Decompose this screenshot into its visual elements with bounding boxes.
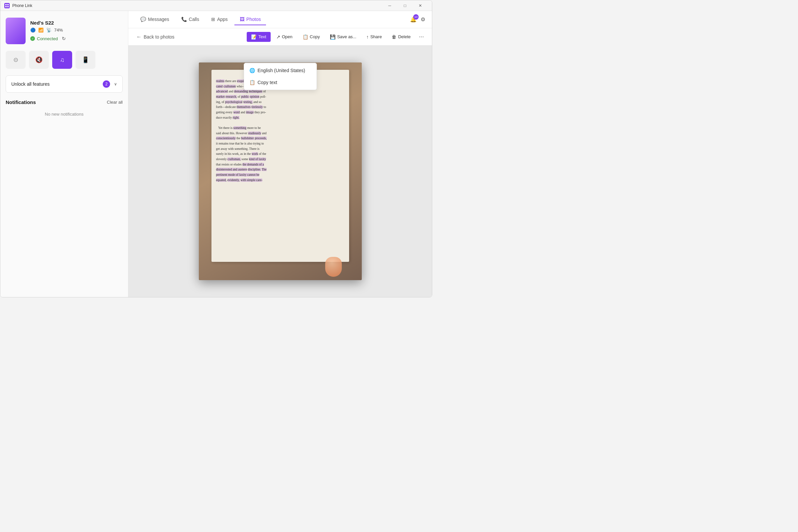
app-body: Ned's S22 🔵 📶 📡 74% Connected ↻ ⊝ bbox=[0, 11, 432, 297]
open-icon: ↗ bbox=[276, 34, 280, 40]
highlight-22: studiously bbox=[248, 132, 261, 135]
book-photo: [ 23 ] realms there are exquisitely soph… bbox=[199, 62, 362, 280]
title-bar: Phone Link ─ □ ✕ bbox=[0, 0, 432, 11]
text-button[interactable]: 📝 Text bbox=[247, 32, 271, 42]
nav-right: 🔔 10 ⚙ bbox=[409, 15, 425, 24]
wifi-icon: 📶 bbox=[38, 27, 43, 33]
highlight-15: testing, bbox=[243, 100, 253, 104]
highlight-27: craftsman, bbox=[227, 157, 241, 161]
tab-photos[interactable]: 🖼 Photos bbox=[235, 14, 266, 25]
tab-calls[interactable]: 📞 Calls bbox=[176, 14, 204, 25]
unlock-label: Unlock all features bbox=[11, 81, 50, 87]
main-content: 💬 Messages 📞 Calls ⊞ Apps 🖼 Photos bbox=[128, 11, 432, 297]
device-stats: 🔵 📶 📡 74% bbox=[30, 27, 123, 33]
highlight-13: opinion bbox=[250, 95, 259, 98]
device-info: Ned's S22 🔵 📶 📡 74% Connected ↻ bbox=[30, 20, 123, 42]
notifications-header: Notifications Clear all bbox=[6, 99, 123, 105]
dropdown-menu: 🌐 English (United States) 📋 Copy text bbox=[244, 63, 317, 90]
highlight-20: right. bbox=[233, 116, 239, 119]
highlight-29: the demands of a bbox=[242, 163, 264, 166]
minimize-button[interactable]: ─ bbox=[382, 0, 397, 11]
save-icon: 💾 bbox=[330, 34, 335, 40]
settings-button[interactable]: ⚙ bbox=[421, 16, 425, 23]
notifications-title: Notifications bbox=[6, 99, 36, 105]
toolbar-actions: 📝 Text ↗ Open 📋 Copy 💾 bbox=[247, 31, 427, 42]
device-section: Ned's S22 🔵 📶 📡 74% Connected ↻ bbox=[6, 18, 123, 44]
action-buttons: ⊝ 🔇 ♫ 📱 bbox=[6, 51, 123, 69]
notification-button[interactable]: 🔔 10 bbox=[409, 15, 418, 24]
device-name: Ned's S22 bbox=[30, 20, 123, 25]
highlight-36: with simple care- bbox=[240, 178, 262, 182]
highlight-4: cated bbox=[216, 85, 223, 88]
delete-button[interactable]: 🗑 Delete bbox=[387, 32, 415, 42]
sidebar: Ned's S22 🔵 📶 📡 74% Connected ↻ ⊝ bbox=[0, 11, 128, 297]
close-button[interactable]: ✕ bbox=[413, 0, 428, 11]
dnd-button[interactable]: ⊝ bbox=[6, 51, 25, 69]
unlock-banner[interactable]: Unlock all features 2 ∨ bbox=[6, 75, 123, 93]
tab-apps[interactable]: ⊞ Apps bbox=[206, 14, 233, 25]
notification-badge: 10 bbox=[413, 14, 419, 20]
svg-rect-0 bbox=[5, 4, 7, 5]
book-text: realms there are exquisitely sophisti- c… bbox=[216, 79, 345, 183]
highlight-35: evidently, bbox=[227, 178, 240, 182]
app-window: Phone Link ─ □ ✕ Ned's S22 🔵 📶 📡 74% bbox=[0, 0, 432, 298]
more-button[interactable]: ··· bbox=[416, 31, 427, 42]
tab-messages[interactable]: 💬 Messages bbox=[135, 14, 174, 25]
highlight-1: realms bbox=[216, 79, 224, 83]
refresh-button[interactable]: ↻ bbox=[60, 35, 68, 42]
save-as-button[interactable]: 💾 Save as... bbox=[326, 32, 361, 42]
mute-button[interactable]: 🔇 bbox=[29, 51, 49, 69]
maximize-button[interactable]: □ bbox=[397, 0, 413, 11]
highlight-17: tirelessly bbox=[252, 105, 263, 109]
copy-text-icon: 📋 bbox=[249, 80, 255, 85]
highlight-26: work bbox=[252, 152, 258, 155]
highlight-9: techniques bbox=[249, 90, 262, 93]
music-button[interactable]: ♫ bbox=[52, 51, 72, 69]
highlight-7: advanced bbox=[216, 90, 228, 93]
clear-all-button[interactable]: Clear all bbox=[107, 100, 123, 105]
highlight-23: conscientiously bbox=[216, 137, 236, 140]
text-icon: 📝 bbox=[251, 34, 257, 40]
share-button[interactable]: ↑ Share bbox=[362, 32, 386, 42]
copy-button[interactable]: 📋 Copy bbox=[298, 32, 324, 42]
signal-icon: 📡 bbox=[46, 27, 52, 33]
highlight-21: something bbox=[234, 126, 247, 130]
share-icon: ↑ bbox=[367, 34, 369, 40]
dropdown-item-language[interactable]: 🌐 English (United States) bbox=[244, 64, 317, 76]
highlight-31: discipline. bbox=[248, 168, 261, 171]
highlight-14: psychological bbox=[225, 100, 243, 104]
connected-dot bbox=[30, 36, 35, 41]
highlight-25: proceeds, bbox=[255, 137, 267, 140]
apps-icon: ⊞ bbox=[211, 17, 215, 22]
window-controls: ─ □ ✕ bbox=[382, 0, 428, 11]
dropdown-item-copy-text[interactable]: 📋 Copy text bbox=[244, 76, 317, 89]
app-icon bbox=[4, 3, 10, 8]
highlight-5: craftsmen bbox=[223, 85, 236, 88]
highlight-8: demanding bbox=[234, 90, 248, 93]
highlight-24: bullshitter bbox=[241, 137, 254, 140]
notifications-section: Notifications Clear all No new notificat… bbox=[6, 99, 123, 290]
highlight-11: research, bbox=[225, 95, 237, 98]
highlight-30: disinterested and austere bbox=[216, 168, 247, 171]
nav-tabs: 💬 Messages 📞 Calls ⊞ Apps 🖼 Photos bbox=[135, 14, 266, 25]
no-notifications-text: No new notifications bbox=[6, 112, 123, 117]
highlight-32: The bbox=[262, 168, 267, 171]
highlight-16: themselves bbox=[237, 105, 251, 109]
photo-background: [ 23 ] realms there are exquisitely soph… bbox=[199, 62, 362, 280]
back-to-photos-button[interactable]: ← Back to photos bbox=[134, 33, 177, 41]
language-icon: 🌐 bbox=[249, 68, 255, 73]
messages-icon: 💬 bbox=[140, 17, 146, 22]
open-button[interactable]: ↗ Open bbox=[272, 32, 297, 42]
cast-button[interactable]: 📱 bbox=[75, 51, 95, 69]
connected-label: Connected bbox=[37, 36, 58, 41]
svg-rect-2 bbox=[5, 6, 7, 7]
battery-level: 74% bbox=[54, 27, 63, 33]
highlight-33: pertinent mode of laxity cannot be bbox=[216, 173, 260, 176]
finger-overlay bbox=[325, 257, 342, 277]
device-avatar bbox=[6, 18, 25, 44]
unlock-right: 2 ∨ bbox=[103, 80, 117, 88]
photo-toolbar: ← Back to photos 📝 Text ↗ Open bbox=[128, 28, 432, 45]
highlight-34: equated, bbox=[216, 178, 227, 182]
svg-rect-1 bbox=[7, 4, 8, 5]
unlock-badge: 2 bbox=[103, 80, 110, 88]
